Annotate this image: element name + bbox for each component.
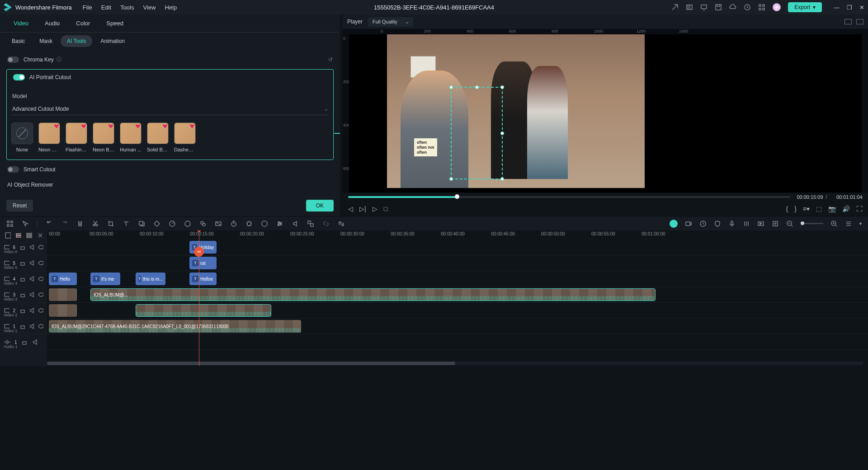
selection-box[interactable] <box>451 87 503 179</box>
lock-icon[interactable] <box>19 275 25 282</box>
resize-handle[interactable] <box>500 177 504 181</box>
speed-icon[interactable] <box>169 220 176 227</box>
link-icon[interactable] <box>322 220 330 227</box>
track-header-a1[interactable]: 1Audio 1 <box>0 334 47 350</box>
clip-this-is-m[interactable]: this is m... <box>136 273 165 285</box>
lock-icon[interactable] <box>21 338 28 346</box>
prev-frame-button[interactable]: ◁ <box>348 205 353 212</box>
timer-icon[interactable] <box>230 220 237 227</box>
detach-player-icon[interactable]: ⬚ <box>816 205 822 212</box>
marker-add-icon[interactable] <box>772 220 779 227</box>
render-icon[interactable] <box>757 220 764 227</box>
clip-thumb-small[interactable] <box>49 288 77 301</box>
lock-icon[interactable] <box>19 259 25 267</box>
preset-none[interactable]: None <box>11 122 33 152</box>
picture-view-icon[interactable] <box>856 19 863 24</box>
apps-icon[interactable] <box>758 4 765 11</box>
pointer-tool-icon[interactable] <box>6 220 14 227</box>
preset-dashed[interactable]: Dashed ... <box>174 122 196 152</box>
eye-icon[interactable] <box>38 244 43 251</box>
mute-icon[interactable] <box>28 307 34 314</box>
preset-human[interactable]: Human ... <box>120 122 142 152</box>
track-v2[interactable] <box>47 303 868 319</box>
text-tool-icon[interactable] <box>123 220 130 227</box>
track-options-icon[interactable] <box>845 220 852 227</box>
tab-color[interactable]: Color <box>68 14 98 32</box>
mask-tool-icon[interactable] <box>261 220 268 227</box>
copy-icon[interactable] <box>138 220 145 227</box>
send-icon[interactable] <box>671 4 679 11</box>
track-header-v3[interactable]: 3Video 3 <box>0 287 47 303</box>
menu-edit[interactable]: Edit <box>101 4 111 11</box>
lock-icon[interactable] <box>19 323 25 330</box>
mark-out-icon[interactable]: } <box>794 205 797 212</box>
mute-icon[interactable] <box>28 275 34 282</box>
voiceover-icon[interactable] <box>728 220 736 227</box>
clip-rat[interactable]: rat <box>189 257 217 269</box>
reset-button[interactable]: Reset <box>6 200 33 212</box>
track-header-v2[interactable]: 2Video 2 <box>0 303 47 319</box>
time-ruler[interactable]: 00:00 00:00:05:00 00:00:10:00 00:00:15:0… <box>47 230 868 240</box>
ai-portrait-toggle[interactable] <box>13 74 25 80</box>
menu-file[interactable]: File <box>83 4 92 11</box>
subtab-basic[interactable]: Basic <box>5 35 31 47</box>
help-icon[interactable]: ⓘ <box>57 56 61 63</box>
preview-canvas[interactable]: oftenoften notoften <box>349 34 862 193</box>
scissors-icon[interactable]: ✂ <box>194 247 204 257</box>
track-v6[interactable]: Holiday <box>47 240 868 255</box>
track-a1[interactable] <box>47 334 868 350</box>
track-header-v1[interactable]: 1Video 1 <box>0 319 47 334</box>
scrub-track[interactable] <box>348 196 790 198</box>
play-button[interactable]: ▷ <box>373 205 377 212</box>
resize-handle[interactable] <box>449 85 453 89</box>
delete-icon[interactable] <box>76 220 84 227</box>
resize-handle[interactable] <box>500 132 504 135</box>
preset-flashing[interactable]: Flashing ... <box>66 122 87 152</box>
mute-icon[interactable] <box>32 338 39 346</box>
mute-icon[interactable] <box>28 323 34 330</box>
record-icon[interactable] <box>685 220 692 227</box>
tab-video[interactable]: Video <box>5 14 37 32</box>
ai-badge-icon[interactable] <box>670 220 678 228</box>
effects-icon[interactable] <box>199 220 207 227</box>
cut-icon[interactable] <box>92 220 99 227</box>
track-mode-2-icon[interactable] <box>15 232 22 239</box>
model-select[interactable]: Advanced Cutout Mode⌵ <box>11 103 329 115</box>
track-header-v5[interactable]: 5Video 5 <box>0 255 47 271</box>
subtab-ai-tools[interactable]: AI Tools <box>61 35 92 47</box>
timeline-body[interactable]: 00:00 00:00:05:00 00:00:10:00 00:00:15:0… <box>47 230 868 366</box>
clip-video-long[interactable]: IOS_ALBUM@... <box>90 288 656 301</box>
select-tool-icon[interactable] <box>22 220 29 227</box>
clip-helloe[interactable]: Helloe <box>189 273 217 285</box>
monitor-icon[interactable] <box>700 4 708 11</box>
color-icon[interactable] <box>184 220 191 227</box>
preset-neon-dash[interactable]: Neon Da... <box>38 122 60 152</box>
tracking-icon[interactable] <box>245 220 253 227</box>
eye-icon[interactable] <box>38 307 43 314</box>
compare-view-icon[interactable] <box>844 19 852 24</box>
track-v3[interactable]: IOS_ALBUM@... <box>47 287 868 303</box>
smart-cutout-toggle[interactable] <box>7 166 19 173</box>
tab-audio[interactable]: Audio <box>37 14 68 32</box>
preset-neon-border[interactable]: Neon Bo... <box>93 122 114 152</box>
maximize-button[interactable]: ❐ <box>847 4 852 11</box>
track-header-v6[interactable]: 6Video 6 <box>0 240 47 255</box>
save-icon[interactable] <box>715 4 722 11</box>
minimize-button[interactable]: — <box>834 4 840 11</box>
mute-icon[interactable] <box>28 259 34 267</box>
track-v5[interactable]: rat <box>47 255 868 271</box>
user-avatar-icon[interactable] <box>773 3 781 11</box>
reset-section-icon[interactable]: ↺ <box>328 56 333 63</box>
library-icon[interactable] <box>686 4 693 11</box>
mute-icon[interactable] <box>28 291 34 298</box>
track-header-v4[interactable]: 4Video 4 <box>0 271 47 287</box>
timeline-scrollbar[interactable] <box>47 362 863 365</box>
transition-icon[interactable] <box>215 220 222 227</box>
clip-menu-icon[interactable]: ≡▾ <box>803 205 810 212</box>
lock-icon[interactable] <box>19 244 25 251</box>
eye-icon[interactable] <box>38 323 43 330</box>
quality-select[interactable]: Full Quality⌵ <box>368 17 413 27</box>
track-mode-4-icon[interactable] <box>37 232 43 239</box>
track-v4[interactable]: Hello it's me this is m... Helloe <box>47 271 868 287</box>
lock-icon[interactable] <box>19 291 25 298</box>
